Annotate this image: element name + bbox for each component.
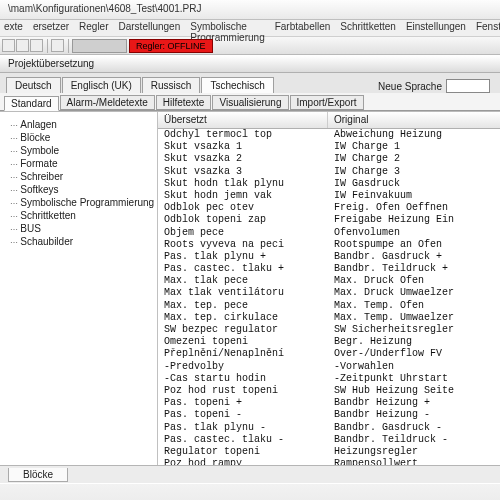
menu-item[interactable]: Darstellungen xyxy=(119,21,181,35)
status-chip xyxy=(72,39,127,53)
toolbar-button[interactable] xyxy=(2,39,15,52)
table-row[interactable]: Roots vyveva na peciRootspumpe an Ofen xyxy=(158,239,500,251)
cell-translated: Max. tep. pece xyxy=(158,300,328,312)
cell-translated: Poz hod rampy xyxy=(158,458,328,465)
footer-tabs: Blöcke xyxy=(0,465,500,483)
new-language-input[interactable] xyxy=(446,79,490,93)
table-header: Übersetzt Original xyxy=(158,112,500,129)
tree-item[interactable]: Symbole xyxy=(4,144,153,157)
toolbar-button[interactable] xyxy=(51,39,64,52)
tree-item[interactable]: Schrittketten xyxy=(4,209,153,222)
menu-item[interactable]: Farbtabellen xyxy=(275,21,331,35)
col-original[interactable]: Original xyxy=(328,112,500,128)
cell-original: IW Charge 2 xyxy=(328,153,500,165)
table-row[interactable]: Max. tlak peceMax. Druck Ofen xyxy=(158,275,500,287)
table-row[interactable]: Pas. castec. tlaku -Bandbr. Teildruck - xyxy=(158,434,500,446)
menu-item[interactable]: ersetzer xyxy=(33,21,69,35)
menu-item[interactable]: Schrittketten xyxy=(340,21,396,35)
table-row[interactable]: Skut hodn jemn vakIW Feinvakuum xyxy=(158,190,500,202)
tree-item[interactable]: Schaubilder xyxy=(4,235,153,248)
table-row[interactable]: Max tlak ventilátoruMax. Druck Umwaelzer xyxy=(158,287,500,299)
lang-tab-russian[interactable]: Russisch xyxy=(142,77,201,93)
table-row[interactable]: Přeplnění/NenaplněníOver-/Underflow FV xyxy=(158,348,500,360)
cell-original: Bandbr. Gasdruck + xyxy=(328,251,500,263)
tree-item[interactable]: Symbolische Programmierung xyxy=(4,196,153,209)
tab-hilfetexte[interactable]: Hilfetexte xyxy=(156,95,212,110)
tree-item[interactable]: Anlagen xyxy=(4,118,153,131)
lang-tab-czech[interactable]: Tschechisch xyxy=(201,77,273,93)
table-row[interactable]: Odblok pec otevFreig. Ofen Oeffnen xyxy=(158,202,500,214)
tree-item[interactable]: Softkeys xyxy=(4,183,153,196)
col-translated[interactable]: Übersetzt xyxy=(158,112,328,128)
bottom-panel xyxy=(0,483,500,500)
table-row[interactable]: Objem peceOfenvolumen xyxy=(158,227,500,239)
table-row[interactable]: Pas. castec. tlaku +Bandbr. Teildruck + xyxy=(158,263,500,275)
workspace: Anlagen Blöcke Symbole Formate Schreiber… xyxy=(0,111,500,465)
cell-original: Max. Temp. Ofen xyxy=(328,300,500,312)
cell-translated: Odblok pec otev xyxy=(158,202,328,214)
cell-original: -Vorwahlen xyxy=(328,361,500,373)
tab-standard[interactable]: Standard xyxy=(4,96,59,111)
tree-item[interactable]: Formate xyxy=(4,157,153,170)
table-row[interactable]: Skut vsazka 2IW Charge 2 xyxy=(158,153,500,165)
toolbar-button[interactable] xyxy=(30,39,43,52)
cell-translated: Pas. castec. tlaku + xyxy=(158,263,328,275)
cell-original: Max. Temp. Umwaelzer xyxy=(328,312,500,324)
cell-original: Freig. Ofen Oeffnen xyxy=(328,202,500,214)
window-title: \mam\Konfigurationen\4608_Test\4001.PRJ xyxy=(0,0,500,20)
cell-translated: -Predvolby xyxy=(158,361,328,373)
table-row[interactable]: Max. tep. cirkulaceMax. Temp. Umwaelzer xyxy=(158,312,500,324)
table-row[interactable]: Skut vsazka 3IW Charge 3 xyxy=(158,166,500,178)
table-row[interactable]: Poz hod rampyRampensollwert xyxy=(158,458,500,465)
tab-visualisierung[interactable]: Visualisierung xyxy=(212,95,288,110)
table-body: Odchyl termocl topAbweichung HeizungSkut… xyxy=(158,129,500,465)
table-row[interactable]: Pas. topeni +Bandbr Heizung + xyxy=(158,397,500,409)
cell-original: -Zeitpunkt Uhrstart xyxy=(328,373,500,385)
cell-original: IW Charge 1 xyxy=(328,141,500,153)
table-row[interactable]: Max. tep. peceMax. Temp. Ofen xyxy=(158,300,500,312)
cell-original: Bandbr Heizung + xyxy=(328,397,500,409)
menu-item[interactable]: Einstellungen xyxy=(406,21,466,35)
cell-original: Freigabe Heizung Ein xyxy=(328,214,500,226)
table-row[interactable]: Poz hod rust topeniSW Hub Heizung Seite xyxy=(158,385,500,397)
table-row[interactable]: Regulator topeniHeizungsregler xyxy=(158,446,500,458)
footer-tab-bloecke[interactable]: Blöcke xyxy=(8,468,68,482)
table-row[interactable]: -Predvolby-Vorwahlen xyxy=(158,361,500,373)
table-row[interactable]: Pas. topeni -Bandbr Heizung - xyxy=(158,409,500,421)
cell-translated: Skut vsazka 2 xyxy=(158,153,328,165)
cell-original: Abweichung Heizung xyxy=(328,129,500,141)
tab-alarmtexte[interactable]: Alarm-/Meldetexte xyxy=(60,95,155,110)
lang-tab-deutsch[interactable]: Deutsch xyxy=(6,77,61,93)
cell-translated: Pas. tlak plynu + xyxy=(158,251,328,263)
table-row[interactable]: Odblok topeni zapFreigabe Heizung Ein xyxy=(158,214,500,226)
table-row[interactable]: SW bezpec regulatorSW Sicherheitsregler xyxy=(158,324,500,336)
menu-item[interactable]: exte xyxy=(4,21,23,35)
table-row[interactable]: -Cas startu hodin-Zeitpunkt Uhrstart xyxy=(158,373,500,385)
menu-item[interactable]: Symbolische Programmierung xyxy=(190,21,264,35)
cell-translated: SW bezpec regulator xyxy=(158,324,328,336)
tab-import-export[interactable]: Import/Export xyxy=(290,95,364,110)
table-row[interactable]: Pas. tlak plynu +Bandbr. Gasdruck + xyxy=(158,251,500,263)
table-row[interactable]: Pas. tlak plynu -Bandbr. Gasdruck - xyxy=(158,422,500,434)
menu-item[interactable]: Regler xyxy=(79,21,108,35)
menu-item[interactable]: Fenster xyxy=(476,21,500,35)
cell-translated: Roots vyveva na peci xyxy=(158,239,328,251)
separator xyxy=(68,39,69,53)
cell-translated: Skut vsazka 3 xyxy=(158,166,328,178)
cell-translated: Pas. castec. tlaku - xyxy=(158,434,328,446)
tree-item[interactable]: Blöcke xyxy=(4,131,153,144)
lang-tab-english[interactable]: Englisch (UK) xyxy=(62,77,141,93)
cell-translated: Pas. topeni + xyxy=(158,397,328,409)
cell-original: Bandbr Heizung - xyxy=(328,409,500,421)
tree-item[interactable]: Schreiber xyxy=(4,170,153,183)
cell-translated: Odchyl termocl top xyxy=(158,129,328,141)
cell-translated: Odblok topeni zap xyxy=(158,214,328,226)
table-row[interactable]: Skut vsazka 1IW Charge 1 xyxy=(158,141,500,153)
toolbar-button[interactable] xyxy=(16,39,29,52)
table-row[interactable]: Skut hodn tlak plynuIW Gasdruck xyxy=(158,178,500,190)
tree-item[interactable]: BUS xyxy=(4,222,153,235)
table-row[interactable]: Omezeni topeniBegr. Heizung xyxy=(158,336,500,348)
cell-original: Heizungsregler xyxy=(328,446,500,458)
cell-translated: Pas. topeni - xyxy=(158,409,328,421)
table-row[interactable]: Odchyl termocl topAbweichung Heizung xyxy=(158,129,500,141)
